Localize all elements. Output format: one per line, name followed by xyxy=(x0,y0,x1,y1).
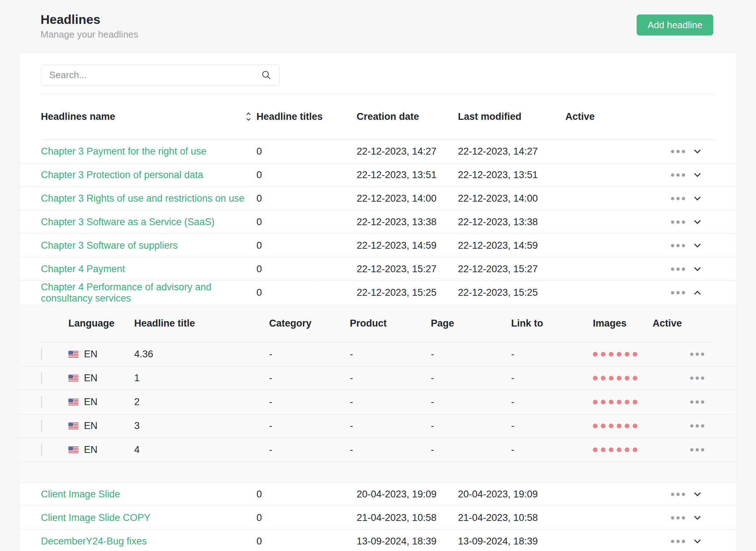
add-headline-button[interactable]: Add headline xyxy=(637,14,713,35)
image-dot xyxy=(633,352,637,357)
col-headline-titles: Headline titles xyxy=(256,111,357,122)
chevron-down-icon[interactable] xyxy=(693,491,702,497)
image-dot xyxy=(625,400,629,404)
chevron-down-icon[interactable] xyxy=(693,148,702,154)
col-headlines-name: Headlines name xyxy=(41,111,115,122)
chevron-down-icon[interactable] xyxy=(693,266,702,272)
sort-icon[interactable] xyxy=(246,112,251,122)
subtable-header: Language Headline title Category Product… xyxy=(20,304,736,342)
subcol-link-to: Link to xyxy=(511,318,593,329)
headline-name-link[interactable]: Chapter 3 Software of suppliers xyxy=(41,240,256,251)
kebab-menu-icon[interactable] xyxy=(690,424,704,428)
headline-titles-count: 0 xyxy=(256,169,357,181)
kebab-menu-icon[interactable] xyxy=(671,197,685,200)
creation-date: 20-04-2023, 19:09 xyxy=(357,489,458,500)
last-modified: 22-12-2023, 13:51 xyxy=(458,169,565,181)
table-row: Chapter 3 Rights of use and restrictions… xyxy=(20,187,736,210)
kebab-menu-icon[interactable] xyxy=(671,220,685,224)
kebab-menu-icon[interactable] xyxy=(671,244,685,247)
subcol-language: Language xyxy=(68,318,134,329)
image-dot xyxy=(617,400,621,404)
image-dot xyxy=(625,376,629,380)
image-dot xyxy=(609,424,613,428)
link-to-value: - xyxy=(511,444,593,455)
kebab-menu-icon[interactable] xyxy=(671,150,685,153)
chevron-down-icon[interactable] xyxy=(693,195,702,201)
col-last-modified: Last modified xyxy=(458,111,565,122)
image-dot xyxy=(601,376,606,380)
kebab-menu-icon[interactable] xyxy=(690,448,704,451)
expanded-headline-panel: Language Headline title Category Product… xyxy=(20,304,736,483)
table-row: Client Image Slide COPY 0 21-04-2023, 10… xyxy=(20,506,736,530)
category-value: - xyxy=(269,349,350,360)
creation-date: 22-12-2023, 14:00 xyxy=(357,193,458,204)
search-box[interactable] xyxy=(41,64,280,85)
headline-name-link[interactable]: Client Image Slide xyxy=(41,489,256,500)
creation-date: 22-12-2023, 13:38 xyxy=(357,216,458,228)
search-icon xyxy=(261,70,271,80)
kebab-menu-icon[interactable] xyxy=(671,493,685,496)
language-code: EN xyxy=(84,444,98,455)
headline-name-link[interactable]: Chapter 3 Protection of personal data xyxy=(41,169,256,181)
headline-name-link[interactable]: Chapter 3 Payment for the right of use xyxy=(41,146,256,157)
us-flag-icon xyxy=(68,422,78,429)
row-checkbox[interactable] xyxy=(41,396,42,408)
image-dot xyxy=(601,424,606,428)
headline-titles-count: 0 xyxy=(256,146,357,157)
headline-name-link[interactable]: Client Image Slide COPY xyxy=(41,512,256,523)
headlines-card: Headlines name Headline titles Creation … xyxy=(19,52,737,551)
us-flag-icon xyxy=(68,375,78,382)
product-value: - xyxy=(350,373,431,384)
image-dot xyxy=(617,447,621,452)
images-indicator xyxy=(593,400,653,404)
chevron-down-icon[interactable] xyxy=(693,172,702,178)
subtable-row: EN 4 - - - - xyxy=(20,438,736,462)
language-code: EN xyxy=(84,396,98,408)
headline-titles-count: 0 xyxy=(256,489,357,500)
kebab-menu-icon[interactable] xyxy=(690,353,704,356)
row-checkbox[interactable] xyxy=(41,443,42,456)
headline-title-value: 1 xyxy=(134,373,269,384)
headline-name-link[interactable]: DecemberY24-Bug fixes xyxy=(41,536,256,547)
chevron-down-icon[interactable] xyxy=(693,219,702,225)
search-input[interactable] xyxy=(49,70,261,81)
headline-name-link[interactable]: Chapter 3 Software as a Service (SaaS) xyxy=(41,216,256,228)
table-row: Chapter 3 Software of suppliers 0 22-12-… xyxy=(20,234,736,257)
subcol-category: Category xyxy=(269,318,350,329)
kebab-menu-icon[interactable] xyxy=(671,268,685,271)
subtable-row: EN 3 - - - - xyxy=(20,414,736,438)
category-value: - xyxy=(269,444,350,455)
image-dot xyxy=(609,352,613,357)
table-row: Chapter 3 Protection of personal data 0 … xyxy=(20,163,736,187)
category-value: - xyxy=(269,396,350,408)
kebab-menu-icon[interactable] xyxy=(690,400,704,404)
image-dot xyxy=(609,376,613,380)
row-checkbox[interactable] xyxy=(41,348,42,360)
creation-date: 22-12-2023, 15:25 xyxy=(357,287,458,298)
chevron-down-icon[interactable] xyxy=(693,515,702,521)
headline-name-link[interactable]: Chapter 4 Performance of advisory and co… xyxy=(41,282,256,304)
chevron-down-icon[interactable] xyxy=(693,243,702,248)
kebab-menu-icon[interactable] xyxy=(671,173,685,177)
col-active: Active xyxy=(565,111,666,122)
kebab-menu-icon[interactable] xyxy=(671,540,685,543)
chevron-down-icon[interactable] xyxy=(693,538,702,544)
row-checkbox[interactable] xyxy=(41,372,42,384)
image-dot xyxy=(617,424,621,428)
last-modified: 21-04-2023, 10:58 xyxy=(458,512,565,523)
headline-name-link[interactable]: Chapter 4 Payment xyxy=(41,264,256,275)
last-modified: 13-09-2024, 18:39 xyxy=(458,536,565,547)
row-checkbox[interactable] xyxy=(41,420,42,432)
link-to-value: - xyxy=(511,420,593,432)
page-subtitle: Manage your headlines xyxy=(41,29,138,40)
subtable-row: EN 2 - - - - xyxy=(20,390,736,414)
kebab-menu-icon[interactable] xyxy=(671,516,685,520)
link-to-value: - xyxy=(511,396,593,408)
kebab-menu-icon[interactable] xyxy=(671,291,685,294)
headline-name-link[interactable]: Chapter 3 Rights of use and restrictions… xyxy=(41,193,256,204)
images-indicator xyxy=(593,447,653,452)
kebab-menu-icon[interactable] xyxy=(690,377,704,380)
page-value: - xyxy=(431,420,511,432)
chevron-up-icon[interactable] xyxy=(693,290,702,296)
link-to-value: - xyxy=(511,373,593,384)
